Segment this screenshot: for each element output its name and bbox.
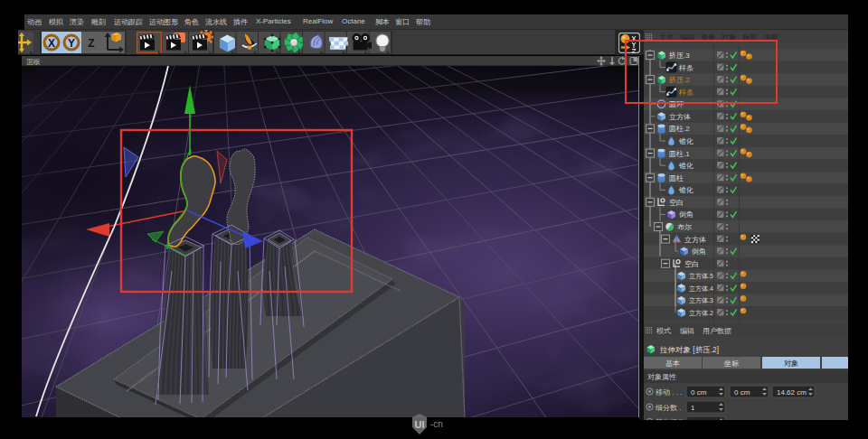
svg-text:立方体.5: 立方体.5: [689, 272, 713, 280]
svg-text:-cn: -cn: [430, 419, 443, 429]
svg-text:移动 . . .: 移动 . . .: [656, 388, 682, 397]
svg-text:Y: Y: [68, 37, 75, 50]
svg-text:基本: 基本: [665, 360, 680, 368]
svg-text:14.62 cm: 14.62 cm: [777, 388, 807, 397]
svg-text:用户数据: 用户数据: [703, 327, 731, 335]
svg-text:立方体.3: 立方体.3: [689, 296, 713, 304]
svg-text:立方体.4: 立方体.4: [689, 285, 713, 293]
svg-text:锥化: 锥化: [678, 162, 693, 170]
svg-text:圆柱.1: 圆柱.1: [669, 150, 690, 158]
svg-text:立方体: 立方体: [669, 113, 691, 121]
svg-text:倒角: 倒角: [679, 210, 693, 219]
svg-text:UI: UI: [415, 419, 425, 430]
svg-text:模式: 模式: [656, 327, 671, 335]
svg-text:0 cm: 0 cm: [734, 388, 750, 397]
svg-text:0 cm: 0 cm: [691, 388, 707, 397]
svg-text:立方体.2: 立方体.2: [689, 309, 713, 317]
svg-text:锥化: 锥化: [678, 186, 693, 194]
svg-text:细分数 .: 细分数 .: [656, 404, 681, 412]
svg-text:坐标: 坐标: [723, 360, 739, 368]
svg-text:对象: 对象: [784, 360, 798, 368]
svg-text:编辑: 编辑: [680, 327, 694, 335]
svg-text:对象属性: 对象属性: [647, 373, 676, 381]
svg-text:Z: Z: [88, 37, 94, 50]
svg-text:1: 1: [691, 404, 695, 412]
svg-text:圆柱.2: 圆柱.2: [669, 125, 690, 133]
svg-text:布尔: 布尔: [677, 223, 692, 231]
svg-text:空白: 空白: [669, 199, 684, 207]
svg-text:空白: 空白: [684, 260, 699, 268]
svg-text:立方体: 立方体: [684, 236, 706, 244]
svg-text:圆柱: 圆柱: [669, 174, 684, 182]
svg-text:X: X: [48, 37, 55, 50]
svg-text:锥化: 锥化: [678, 137, 693, 145]
svg-text:倒角: 倒角: [692, 248, 706, 256]
svg-text:拉伸对象 [挤压.2]: 拉伸对象 [挤压.2]: [659, 345, 719, 354]
